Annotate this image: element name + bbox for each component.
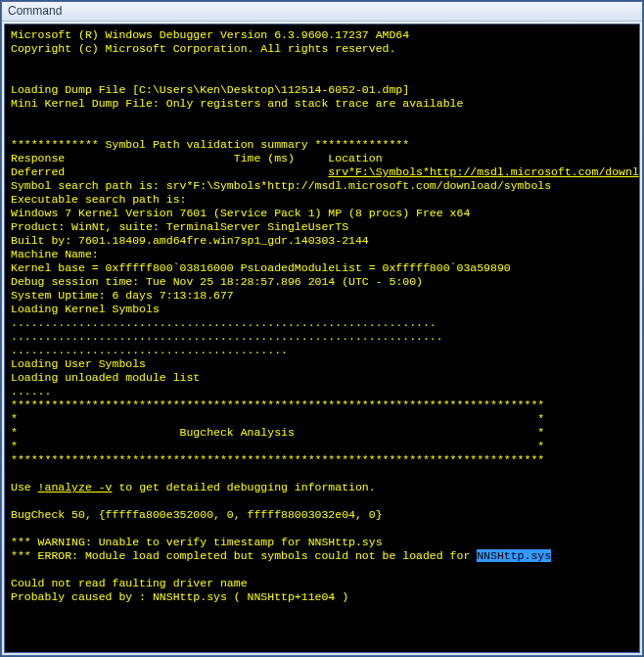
output-line: * * — [11, 440, 544, 452]
output-line: Debug session time: Tue Nov 25 18:28:57.… — [11, 275, 423, 288]
output-line: ...... — [11, 385, 51, 398]
output-line: *** ERROR: Module load completed but sym… — [11, 549, 477, 562]
output-line: ........................................… — [11, 344, 288, 356]
output-line: Executable search path is: — [11, 193, 193, 206]
output-line: Deferred — [11, 165, 328, 178]
output-line: Loading unloaded module list — [11, 371, 200, 384]
output-line: Kernel base = 0xfffff800`03816000 PsLoad… — [11, 261, 511, 274]
output-line: Use — [11, 481, 38, 493]
output-line: ........................................… — [11, 330, 443, 343]
output-line: Loading Dump File [C:\Users\Ken\Desktop\… — [11, 83, 409, 96]
output-line: ****************************************… — [11, 453, 544, 466]
terminal-output[interactable]: Microsoft (R) Windows Debugger Version 6… — [4, 23, 640, 653]
output-line: Probably caused by : NNSHttp.sys ( NNSHt… — [11, 590, 348, 603]
output-line: Product: WinNt, suite: TerminalServer Si… — [11, 220, 348, 233]
output-line: Symbol search path is: srv*F:\Symbols*ht… — [11, 179, 551, 192]
window-titlebar[interactable]: Command — [2, 2, 642, 22]
output-line: Loading User Symbols — [11, 357, 146, 370]
output-line: ****************************************… — [11, 399, 544, 411]
output-line: Mini Kernel Dump File: Only registers an… — [11, 97, 463, 110]
window-title: Command — [8, 4, 62, 18]
output-line: * Bugcheck Analysis * — [11, 426, 544, 439]
output-line: System Uptime: 6 days 7:13:18.677 — [11, 289, 234, 302]
output-line: BugCheck 50, {fffffa800e352000, 0, fffff… — [11, 508, 383, 521]
output-line: Machine Name: — [11, 248, 99, 260]
output-line: ************* Symbol Path validation sum… — [11, 138, 409, 151]
analyze-v-link[interactable]: !analyze -v — [38, 481, 113, 493]
output-line: * * — [11, 412, 544, 425]
output-line: Windows 7 Kernel Version 7601 (Service P… — [11, 207, 470, 219]
output-line: Microsoft (R) Windows Debugger Version 6… — [11, 28, 409, 41]
output-line: to get detailed debugging information. — [113, 481, 376, 493]
output-line: Could not read faulting driver name — [11, 577, 248, 589]
symbol-srv-link[interactable]: srv*F:\Symbols*http://msdl.microsoft.com… — [328, 165, 638, 178]
output-line: Loading Kernel Symbols — [11, 303, 160, 315]
output-line: *** WARNING: Unable to verify timestamp … — [11, 536, 383, 548]
output-line: ........................................… — [11, 316, 437, 329]
output-line: Response Time (ms) Location — [11, 152, 383, 164]
output-line: Built by: 7601.18409.amd64fre.win7sp1_gd… — [11, 234, 369, 247]
output-line: Copyright (c) Microsoft Corporation. All… — [11, 42, 395, 55]
selected-module-name[interactable]: NNSHttp.sys — [477, 549, 551, 562]
command-window: Command Microsoft (R) Windows Debugger V… — [1, 1, 643, 656]
